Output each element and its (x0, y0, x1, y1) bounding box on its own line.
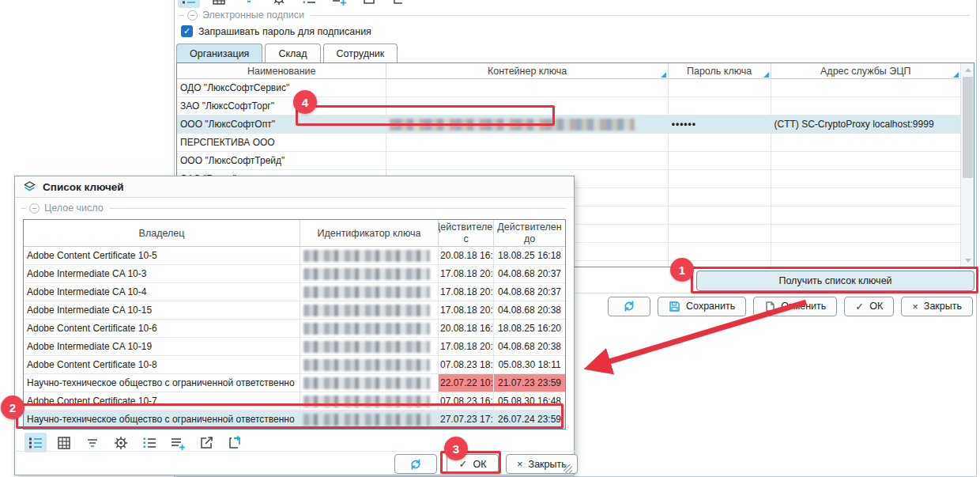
integer-group-header: − Целое число (21, 203, 566, 214)
refresh-icon (409, 458, 422, 471)
valid-to-cell: 04.08.68 20:37 (494, 283, 565, 301)
col-header-name[interactable]: Наименование (177, 63, 386, 79)
table-row[interactable]: ПЕРСПЕКТИВА ООО (177, 134, 960, 152)
top-toolbar-clipped (178, 0, 510, 8)
callout-4: 4 (293, 90, 317, 114)
valid-to-cell: 18.08.25 16:20 (494, 320, 565, 337)
valid-to-cell: 04.08.68 20:37 (494, 265, 565, 282)
callout-1: 1 (670, 258, 694, 282)
valid-to-cell: 21.07.23 23:59 (494, 374, 565, 392)
numbered-list-icon[interactable] (138, 433, 160, 452)
callout-3: 3 (444, 437, 468, 460)
key-row[interactable]: Adobe Content Certificate 10-8 07.08.23 … (24, 356, 565, 374)
tab-organization[interactable]: Организация (176, 44, 262, 62)
col-header-valid-from[interactable]: Действителен с (439, 220, 494, 247)
checkbox-checked-icon[interactable]: ✓ (181, 25, 193, 37)
key-row[interactable]: Adobe Intermediate CA 10-19 17.08.18 20:… (24, 338, 565, 356)
org-name: ОДО "ЛюксСофтСервис" (177, 79, 386, 97)
owner-cell: Adobe Intermediate CA 10-19 (24, 338, 300, 355)
key-row[interactable]: Adobe Content Certificate 10-6 20.08.18 … (24, 320, 565, 338)
scroll-up-arrow[interactable] (961, 63, 974, 76)
dialog-refresh-button[interactable] (394, 454, 437, 474)
callout-2: 2 (1, 396, 24, 419)
list-view-icon[interactable] (178, 0, 200, 8)
sort-icon (953, 72, 959, 78)
owner-cell: Adobe Content Certificate 10-8 (24, 356, 300, 373)
owner-cell: Научно-техническое общество с ограниченн… (24, 374, 300, 392)
signatures-group-header: − Электронные подписи (179, 9, 970, 21)
key-id-cell (300, 356, 439, 373)
tab-employee[interactable]: Сотрудник (323, 44, 398, 62)
dialog-toolbar (24, 433, 246, 452)
check-icon: ✓ (855, 301, 864, 312)
close-icon: × (517, 458, 523, 470)
key-id-cell (300, 374, 439, 392)
col-header-address[interactable]: Адрес службы ЭЦП (771, 63, 961, 79)
key-list-dialog: Список ключей − Целое число Владелец Иде… (14, 176, 575, 475)
valid-to-cell: 18.08.25 16:18 (494, 247, 565, 264)
open-external-icon[interactable] (195, 433, 217, 452)
table-row-selected[interactable]: ООО "ЛюксСофтОпт" •••••• (CTT) SC-Crypto… (177, 115, 960, 134)
col-header-container[interactable]: Контейнер ключа (386, 63, 668, 79)
add-row-icon[interactable] (167, 433, 189, 452)
grid-view-icon[interactable] (53, 433, 75, 452)
open-external-icon[interactable] (358, 0, 380, 8)
ask-password-row: ✓ Запрашивать пароль для подписания (181, 25, 371, 37)
col-header-owner[interactable]: Владелец (24, 220, 300, 247)
reload-icon[interactable] (224, 433, 246, 452)
settings-gear-icon[interactable] (110, 433, 132, 452)
col-header-password[interactable]: Пароль ключа (669, 63, 771, 79)
valid-from-cell: 17.08.18 20:38 (439, 301, 494, 319)
valid-from-cell: 20.08.18 16:18 (439, 247, 494, 264)
key-id-cell (300, 338, 439, 355)
key-id-cell (300, 247, 439, 264)
key-row[interactable]: Adobe Intermediate CA 10-3 17.08.18 20:3… (24, 265, 565, 283)
table-row[interactable]: ООО "ЛюксСофтТрейд" (177, 152, 960, 170)
tab-warehouse[interactable]: Склад (265, 44, 320, 62)
valid-from-cell: 17.08.18 20:37 (439, 283, 494, 301)
screenshot-root: − Электронные подписи ✓ Запрашивать паро… (0, 0, 980, 477)
numbered-list-icon[interactable] (298, 0, 320, 8)
col-header-key-id[interactable]: Идентификатор ключа (300, 220, 439, 247)
owner-cell: Adobe Intermediate CA 10-3 (24, 265, 300, 282)
scroll-down-arrow[interactable] (961, 254, 974, 267)
close-button[interactable]: ×Закрыть (901, 297, 973, 316)
valid-to-cell: 04.08.68 20:38 (494, 301, 565, 319)
key-id-cell (300, 283, 439, 301)
key-row[interactable]: Adobe Intermediate CA 10-15 17.08.18 20:… (24, 301, 565, 320)
dialog-titlebar[interactable]: Список ключей (15, 176, 574, 198)
key-row[interactable]: Adobe Content Certificate 10-5 20.08.18 … (24, 247, 565, 265)
dialog-title: Список ключей (43, 181, 124, 193)
collapse-icon[interactable]: − (187, 10, 198, 21)
key-row[interactable]: Adobe Intermediate CA 10-4 17.08.18 20:3… (24, 283, 565, 301)
add-row-icon[interactable] (328, 0, 350, 8)
col-header-valid-to[interactable]: Действителен до (494, 220, 565, 247)
annotation-arrow (569, 294, 814, 377)
sort-icon (661, 72, 666, 78)
vertical-scrollbar[interactable] (960, 63, 974, 267)
key-row-expired[interactable]: Научно-техническое общество с ограниченн… (24, 374, 565, 392)
valid-from-cell: 20.08.18 16:20 (439, 320, 494, 337)
owner-cell: Adobe Content Certificate 10-6 (24, 320, 300, 337)
tab-bar: Организация Склад Сотрудник (176, 44, 398, 62)
valid-from-cell: 17.08.18 20:37 (439, 265, 494, 282)
filter-icon[interactable] (81, 433, 104, 452)
settings-gear-icon[interactable] (268, 0, 290, 8)
valid-from-cell: 07.08.23 18:11 (439, 356, 494, 373)
highlight-rect-selected-key-row (16, 403, 564, 429)
scrollbar-thumb[interactable] (963, 77, 973, 178)
collapse-icon[interactable]: − (29, 203, 40, 214)
grid-view-icon[interactable] (208, 0, 230, 8)
keys-table: Владелец Идентификатор ключа Действителе… (23, 219, 566, 430)
key-id-cell (300, 265, 439, 282)
key-id-cell (300, 301, 439, 319)
list-view-icon[interactable] (24, 433, 47, 452)
org-name: ПЕРСПЕКТИВА ООО (177, 134, 386, 151)
valid-to-cell: 04.08.68 20:38 (494, 338, 565, 355)
resize-grip[interactable] (564, 464, 572, 473)
filter-icon[interactable] (238, 0, 260, 8)
key-password-cell: •••••• (669, 115, 771, 133)
valid-from-cell: 17.08.18 20:38 (439, 338, 494, 355)
reload-icon[interactable] (388, 0, 410, 8)
ok-button[interactable]: ✓ОК (844, 297, 894, 316)
